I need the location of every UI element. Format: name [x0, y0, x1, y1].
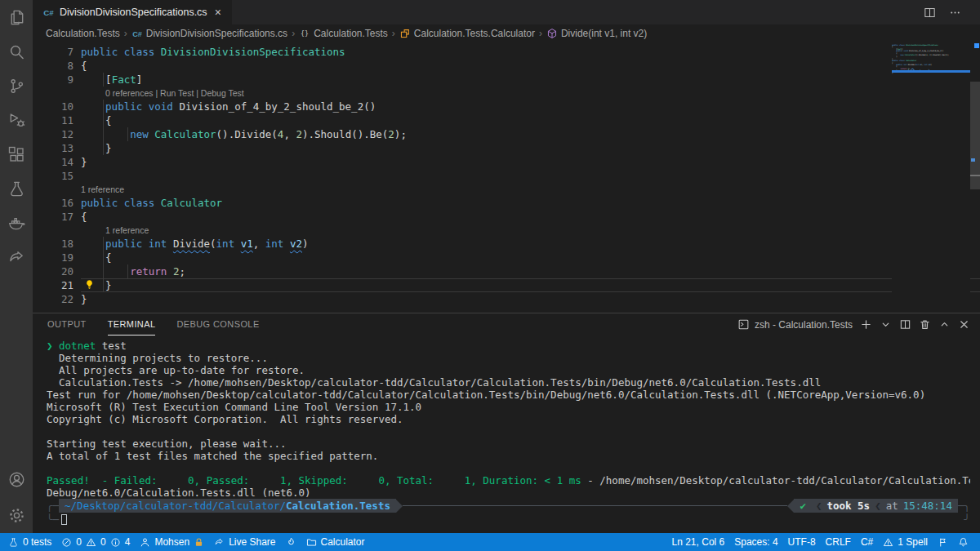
- close-panel-icon[interactable]: [958, 318, 970, 331]
- code-line-7[interactable]: 7public class DivisionDivisionSpecificat…: [33, 45, 980, 59]
- status-problems[interactable]: 004: [56, 533, 135, 551]
- activity-item-docker[interactable]: [0, 206, 33, 240]
- terminal-line: Starting test execution, please wait...: [47, 438, 970, 450]
- breadcrumb-item[interactable]: Calculation.Tests.Calculator: [399, 28, 535, 39]
- code-line-12[interactable]: 12new Calculator().Divide(4, 2).Should()…: [33, 127, 980, 141]
- status-live-share[interactable]: Live Share: [209, 533, 280, 551]
- segment-separator-icon: ❮: [816, 499, 822, 513]
- code-token: {: [81, 60, 87, 72]
- code-line-8[interactable]: 8{: [33, 59, 980, 73]
- close-tab-icon[interactable]: ×: [212, 6, 224, 19]
- breadcrumb-item[interactable]: Divide(int v1, int v2): [546, 28, 647, 39]
- tab-active-file[interactable]: C# DivisionDivisionSpecifications.cs ×: [33, 0, 232, 24]
- activity-item-run-and-debug[interactable]: [0, 103, 33, 137]
- activity-item-settings[interactable]: [0, 497, 33, 533]
- status-notifications[interactable]: [953, 533, 973, 551]
- more-actions-icon[interactable]: [948, 6, 962, 20]
- status-project[interactable]: Calculator: [301, 533, 370, 551]
- status-flame[interactable]: [281, 533, 301, 551]
- codelens-link[interactable]: 1 reference: [105, 225, 149, 235]
- editor-scrollbar[interactable]: [970, 42, 980, 313]
- terminal-dropdown-icon[interactable]: [880, 318, 892, 331]
- minimap[interactable]: public class DivisionDivisionSpecificati…: [892, 42, 970, 313]
- split-editor-icon[interactable]: [923, 6, 937, 20]
- codelens-separator: |: [194, 88, 201, 98]
- maximize-panel-icon[interactable]: [938, 318, 951, 331]
- status-feedback[interactable]: [933, 533, 953, 551]
- activity-item-search[interactable]: [0, 34, 33, 69]
- prompt-duration: took 5s: [826, 499, 870, 513]
- terminal-line: Test run for /home/mohsen/Desktop/calcul…: [47, 389, 970, 401]
- new-terminal-icon[interactable]: [860, 318, 872, 331]
- split-terminal-icon[interactable]: [899, 318, 911, 331]
- status-cursor-position[interactable]: Ln 21, Col 6: [667, 533, 730, 551]
- terminal-cursor: [61, 514, 67, 525]
- status-tests[interactable]: 0 tests: [3, 533, 56, 551]
- codelens-link[interactable]: Debug Test: [201, 88, 244, 98]
- codelens-link[interactable]: Run Test: [160, 88, 194, 98]
- line-number: [33, 87, 74, 100]
- code-line-11[interactable]: 11{: [33, 113, 980, 127]
- status-encoding[interactable]: UTF-8: [783, 533, 821, 551]
- code-line-22[interactable]: 22}: [33, 292, 980, 306]
- code-line-19[interactable]: 19{: [33, 251, 980, 264]
- breadcrumb-item[interactable]: {}Calculation.Tests: [299, 28, 388, 39]
- terminal-line: Calculation.Tests -> /home/mohsen/Deskto…: [47, 376, 970, 389]
- status-indentation[interactable]: Spaces: 4: [729, 533, 782, 551]
- terminal-icon: [737, 318, 750, 331]
- code-line-14[interactable]: 14}: [33, 155, 980, 169]
- prompt-frame-top-right: ─╮: [958, 499, 970, 513]
- prompt-path-current-dir: Calculation.Tests: [286, 499, 390, 513]
- indent-guide: [127, 127, 128, 141]
- codelens-link[interactable]: 0 references: [105, 88, 153, 98]
- panel-tab-terminal[interactable]: TERMINAL: [108, 314, 156, 335]
- code-line-13[interactable]: 13}: [33, 141, 980, 155]
- code-line-18[interactable]: 18public int Divide(int v1, int v2): [33, 237, 980, 251]
- breadcrumb-item[interactable]: Calculation.Tests: [46, 28, 120, 39]
- code-line-15[interactable]: 15: [33, 169, 980, 183]
- codelens-separator: |: [153, 88, 160, 98]
- activity-item-live-share[interactable]: [0, 240, 33, 274]
- panel-tab-debug-console[interactable]: DEBUG CONSOLE: [176, 314, 259, 335]
- tab-bar: C# DivisionDivisionSpecifications.cs ×: [33, 0, 980, 24]
- lightbulb-icon[interactable]: [84, 279, 95, 290]
- code-token: ): [302, 238, 309, 250]
- kill-terminal-icon[interactable]: [919, 318, 931, 331]
- terminal-line: [47, 425, 970, 438]
- folder-icon: [306, 537, 317, 548]
- activity-item-testing[interactable]: [0, 171, 33, 206]
- status-language-mode[interactable]: C#: [856, 533, 878, 551]
- code-token: ]: [136, 73, 143, 86]
- code-line-21[interactable]: 21}: [33, 278, 980, 292]
- code-token: public class: [81, 197, 161, 209]
- code-line-16[interactable]: 16public class Calculator: [33, 196, 980, 210]
- breadcrumb-label: Calculation.Tests.Calculator: [414, 28, 535, 39]
- terminal-instance-select[interactable]: zsh - Calculation.Tests: [737, 318, 853, 331]
- status-account[interactable]: Mohsen: [135, 533, 209, 551]
- code-line-17[interactable]: 17{: [33, 210, 980, 224]
- prompt-frame-bottom-left: ╰─: [47, 513, 59, 527]
- code-line-20[interactable]: 20return 2;: [33, 264, 980, 278]
- code-line-9[interactable]: 9[Fact]: [33, 73, 980, 87]
- panel-tabs: OUTPUTTERMINALDEBUG CONSOLE: [47, 314, 260, 335]
- code-line-10[interactable]: 10public void Division_of_4_by_2_should_…: [33, 100, 980, 113]
- code-token: {: [105, 251, 112, 264]
- code-editor[interactable]: 7public class DivisionDivisionSpecificat…: [33, 42, 980, 313]
- scrollbar-thumb[interactable]: [970, 82, 980, 189]
- code-token: 2: [296, 128, 302, 140]
- activity-item-extensions[interactable]: [0, 137, 33, 171]
- activity-item-explorer[interactable]: [0, 0, 33, 34]
- activity-item-accounts[interactable]: [0, 461, 33, 497]
- status-spell-checker[interactable]: 1 Spell: [878, 533, 933, 551]
- terminal-text: test: [96, 340, 127, 352]
- line-number: [33, 224, 74, 237]
- terminal-text: Passed! - Failed: 0, Passed: 1, Skipped:…: [47, 474, 581, 487]
- panel-actions: zsh - Calculation.Tests: [737, 318, 970, 331]
- activity-item-source-control[interactable]: [0, 69, 33, 103]
- terminal-text: A total of 1 test files matched the spec…: [47, 450, 378, 462]
- terminal[interactable]: ❯ dotnet test Determining projects to re…: [33, 335, 980, 533]
- panel-tab-output[interactable]: OUTPUT: [47, 314, 87, 335]
- status-eol[interactable]: CRLF: [821, 533, 856, 551]
- codelens-link[interactable]: 1 reference: [81, 184, 124, 194]
- breadcrumb-item[interactable]: C#DivisionDivisionSpecifications.cs: [131, 28, 287, 39]
